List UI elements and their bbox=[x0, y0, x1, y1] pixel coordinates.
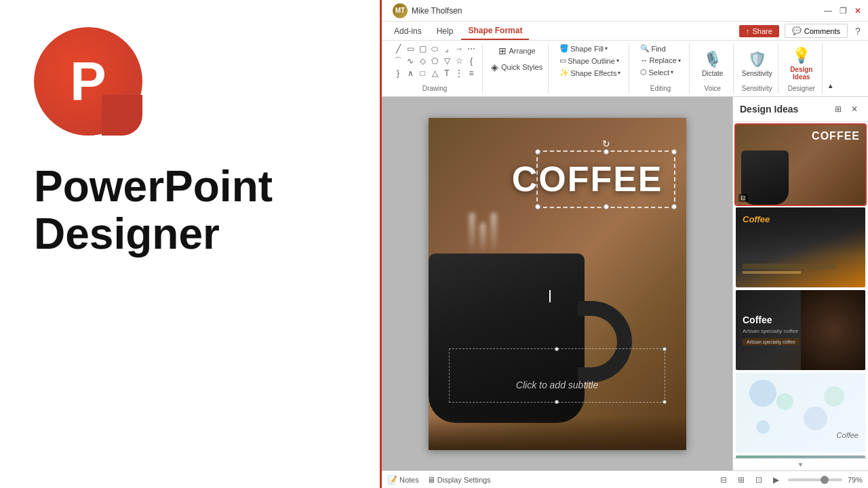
quick-styles-button[interactable]: ◈ Quick Styles bbox=[491, 60, 542, 75]
tab-shape-format[interactable]: Shape Format bbox=[461, 22, 529, 40]
close-button[interactable]: ✕ bbox=[853, 6, 863, 16]
replace-button[interactable]: ↔ Replace ▾ bbox=[637, 56, 683, 65]
rotate-handle[interactable]: ↻ bbox=[602, 138, 610, 149]
slide-area[interactable]: ↻ COFFEE Click to bbox=[382, 97, 732, 470]
design-ideas-list[interactable]: COFFEE ⊟ Coffee bbox=[733, 122, 868, 458]
design-ideas-title: Design Ideas bbox=[740, 104, 798, 115]
drawing-group-label: Drawing bbox=[422, 85, 448, 94]
subtitle-handle-bottom[interactable] bbox=[555, 400, 559, 404]
main-area: ↻ COFFEE Click to bbox=[382, 97, 868, 470]
zoom-slider[interactable] bbox=[788, 479, 842, 481]
ribbon-group-sensitivity: 🛡️ Sensitivity Sensitivity bbox=[736, 43, 778, 94]
bubble-3 bbox=[804, 407, 827, 430]
shape-extra[interactable]: △ bbox=[429, 68, 440, 79]
handle-top-left[interactable] bbox=[535, 149, 540, 155]
ribbon-group-editing: 🔍 Find ↔ Replace ▾ ⬡ Select ▾ Editing bbox=[632, 43, 689, 94]
shape-action[interactable]: ∧ bbox=[405, 68, 416, 79]
shape-fill-button[interactable]: 🪣 Shape Fill ▾ bbox=[557, 43, 623, 54]
app-title: PowerPoint Designer bbox=[34, 163, 273, 258]
arrange-button[interactable]: ⊞ Arrange bbox=[491, 43, 542, 58]
design-ideas-popout-button[interactable]: ⊞ bbox=[831, 102, 845, 116]
design-idea-item-1[interactable]: COFFEE ⊟ bbox=[736, 125, 865, 205]
design-ideas-close-button[interactable]: ✕ bbox=[848, 102, 861, 116]
user-avatar: MT bbox=[393, 3, 408, 18]
steam-wisp-1 bbox=[469, 213, 475, 253]
presentation-view-button[interactable]: ▶ bbox=[770, 474, 783, 486]
fill-icon: 🪣 bbox=[559, 44, 569, 53]
shape-diamond[interactable]: ◇ bbox=[417, 56, 428, 66]
shape-pentagon[interactable]: ⬠ bbox=[429, 56, 440, 66]
slide-sorter-button[interactable]: ⊞ bbox=[735, 474, 747, 486]
di-1-type-badge: ⊟ bbox=[738, 194, 748, 202]
title-bar: MT Mike Tholfsen — ❐ ✕ bbox=[382, 0, 868, 22]
handle-top-right[interactable] bbox=[671, 149, 677, 155]
display-settings-button[interactable]: 🖥 Display Settings bbox=[427, 475, 491, 485]
coffee-beans bbox=[429, 416, 686, 450]
powerpoint-window: MT Mike Tholfsen — ❐ ✕ Add-ins Help Shap… bbox=[380, 0, 868, 488]
shape-chevron[interactable]: ⌟ bbox=[441, 43, 452, 54]
display-icon: 🖥 bbox=[427, 475, 435, 485]
user-name: Mike Tholfsen bbox=[412, 6, 462, 16]
shape-line[interactable]: ╱ bbox=[393, 43, 403, 54]
shape-arrow[interactable]: → bbox=[454, 43, 465, 54]
share-button[interactable]: ↑ Share bbox=[739, 25, 779, 37]
handle-bottom-right[interactable] bbox=[671, 204, 677, 209]
editing-label: Editing bbox=[650, 85, 671, 94]
ribbon-tabs: Add-ins Help Shape Format ↑ Share 💬 Comm… bbox=[382, 22, 868, 41]
shape-rounded-rect[interactable]: ▢ bbox=[417, 43, 428, 54]
tab-addins[interactable]: Add-ins bbox=[387, 22, 429, 40]
slide-title[interactable]: COFFEE bbox=[512, 159, 663, 199]
slide-canvas[interactable]: ↻ COFFEE Click to bbox=[429, 118, 686, 450]
shape-callout[interactable]: ▽ bbox=[441, 56, 452, 66]
zoom-thumb[interactable] bbox=[821, 476, 829, 484]
shape-star[interactable]: ☆ bbox=[454, 56, 465, 66]
shape-flowchart[interactable]: □ bbox=[417, 68, 428, 79]
shape-oval[interactable]: ⬭ bbox=[429, 43, 440, 54]
shape-bracket[interactable]: { bbox=[466, 56, 477, 66]
left-panel: P PowerPoint Designer bbox=[0, 0, 380, 488]
reading-view-button[interactable]: ⊡ bbox=[753, 474, 765, 486]
sensitivity-button[interactable]: 🛡️ Sensitivity bbox=[742, 43, 772, 84]
select-button[interactable]: ⬡ Select ▾ bbox=[637, 67, 683, 77]
subtitle-handle-br[interactable] bbox=[663, 400, 667, 404]
notes-button[interactable]: 📝 Notes bbox=[387, 475, 419, 485]
design-idea-item-3[interactable]: Coffee Artisan specialty coffee Artisan … bbox=[736, 290, 865, 370]
design-idea-item-4[interactable]: Coffee bbox=[736, 373, 865, 453]
scroll-down-button[interactable]: ▼ bbox=[795, 459, 806, 470]
shape-curve[interactable]: ⌒ bbox=[393, 56, 403, 66]
shape-expand[interactable]: ⋮ bbox=[454, 68, 465, 79]
dictate-button[interactable]: 🎙️ Dictate bbox=[698, 43, 728, 84]
handle-bottom-middle[interactable] bbox=[604, 204, 609, 209]
design-ideas-controls: ⊞ ✕ bbox=[831, 102, 861, 116]
help-icon[interactable]: ? bbox=[853, 26, 863, 36]
handle-top-middle[interactable] bbox=[604, 149, 609, 155]
find-button[interactable]: 🔍 Find bbox=[637, 43, 683, 54]
slide-subtitle-placeholder[interactable]: Click to add subtitle bbox=[516, 380, 598, 390]
normal-view-button[interactable]: ⊟ bbox=[717, 474, 730, 486]
shape-outline-button[interactable]: ▭ Shape Outline ▾ bbox=[557, 56, 623, 66]
shape-rect[interactable]: ▭ bbox=[405, 43, 416, 54]
handle-bottom-left[interactable] bbox=[535, 204, 540, 209]
di-4-text: Coffee bbox=[837, 431, 859, 439]
outline-arrow: ▾ bbox=[616, 58, 619, 64]
shape-freeform[interactable]: ∿ bbox=[405, 56, 416, 66]
shape-textbox[interactable]: T bbox=[441, 68, 452, 79]
microphone-icon: 🎙️ bbox=[703, 51, 722, 68]
subtitle-handle-top[interactable] bbox=[555, 347, 559, 351]
design-idea-item-5[interactable] bbox=[736, 455, 865, 458]
comments-button[interactable]: 💬 Comments bbox=[785, 24, 848, 38]
design-idea-item-2[interactable]: Coffee bbox=[736, 207, 865, 287]
design-ideas-button[interactable]: 💡 Design Ideas bbox=[787, 43, 816, 84]
shape-equation[interactable]: ≡ bbox=[466, 68, 477, 79]
shape-brace[interactable]: } bbox=[393, 68, 403, 79]
ribbon-expand-button[interactable]: ▲ bbox=[825, 80, 836, 91]
shape-more[interactable]: ⋯ bbox=[466, 43, 477, 54]
minimize-button[interactable]: — bbox=[823, 6, 833, 16]
shape-effects-button[interactable]: ✨ Shape Effects ▾ bbox=[557, 68, 623, 78]
subtitle-handle-right[interactable] bbox=[663, 347, 667, 351]
di-2-title: Coffee bbox=[743, 214, 859, 224]
restore-button[interactable]: ❐ bbox=[838, 6, 848, 16]
ribbon-group-shapes: ╱ ▭ ▢ ⬭ ⌟ → ⋯ ⌒ ∿ ◇ ⬠ ▽ ☆ { } ∧ □ bbox=[387, 43, 483, 94]
tab-help[interactable]: Help bbox=[430, 22, 460, 40]
replace-arrow: ▾ bbox=[678, 58, 681, 64]
